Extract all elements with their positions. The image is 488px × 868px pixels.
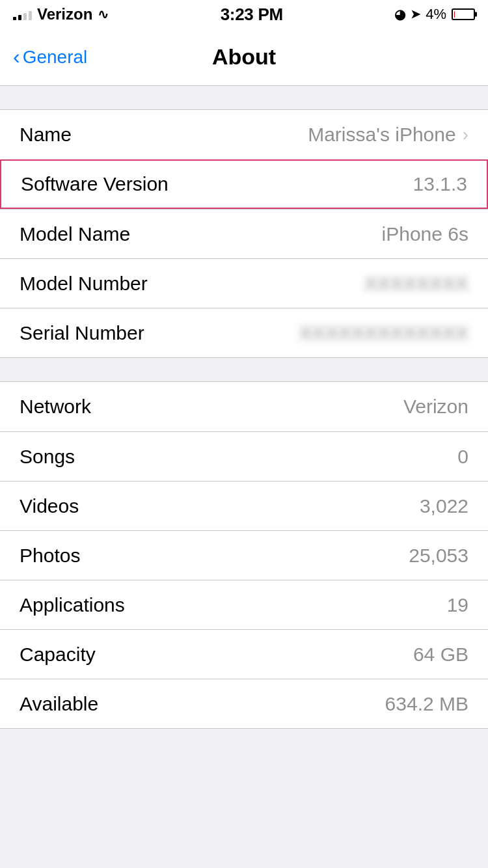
row-label: Available	[20, 693, 98, 715]
row-value: 13.1.3	[413, 173, 467, 195]
table-row: Model NumberXXXXXXXX	[0, 258, 488, 308]
location-icon: ◕	[394, 7, 405, 22]
row-label: Videos	[20, 495, 79, 517]
row-label: Software Version	[21, 173, 169, 195]
row-value-text: XXXXXXXX	[364, 273, 468, 295]
page-title: About	[212, 44, 276, 70]
row-label: Serial Number	[20, 322, 144, 344]
row-value-text: 0	[457, 446, 468, 468]
status-bar: Verizon ∿ 3:23 PM ◕ ➤ 4%	[0, 0, 488, 29]
battery-percent: 4%	[426, 6, 446, 23]
row-value: 634.2 MB	[385, 693, 468, 715]
row-label: Model Name	[20, 223, 130, 245]
row-value: 3,022	[420, 495, 468, 517]
table-section-2: NetworkVerizonSongs0Videos3,022Photos25,…	[0, 381, 488, 729]
table-row: Capacity64 GB	[0, 629, 488, 679]
wifi-icon: ∿	[98, 7, 109, 22]
row-value-text: 64 GB	[413, 644, 468, 666]
table-row: NetworkVerizon	[0, 382, 488, 431]
status-right: ◕ ➤ 4%	[394, 6, 475, 23]
nav-bar: ‹ General About	[0, 29, 488, 86]
row-value: Marissa's iPhone›	[308, 124, 468, 146]
carrier-label: Verizon	[37, 5, 92, 23]
table-row[interactable]: NameMarissa's iPhone›	[0, 110, 488, 159]
row-value-text: 13.1.3	[413, 173, 467, 195]
row-value: 19	[447, 594, 468, 616]
row-label: Name	[20, 124, 72, 146]
row-value: iPhone 6s	[382, 223, 468, 245]
section-gap-mid	[0, 358, 488, 381]
row-value-text: iPhone 6s	[382, 223, 468, 245]
signal-bars-icon	[13, 8, 32, 20]
back-chevron-icon: ‹	[13, 46, 20, 67]
table-section-1: NameMarissa's iPhone›Software Version13.…	[0, 109, 488, 358]
row-label: Capacity	[20, 644, 96, 666]
row-label: Songs	[20, 446, 75, 468]
section-gap-top	[0, 86, 488, 109]
row-value: 0	[457, 446, 468, 468]
row-value: XXXXXXXXXXXXX	[299, 322, 468, 344]
row-value: Verizon	[403, 396, 468, 418]
row-value-text: XXXXXXXXXXXXX	[299, 322, 468, 344]
row-label: Network	[20, 396, 91, 418]
status-left: Verizon ∿	[13, 5, 109, 23]
table-row: Available634.2 MB	[0, 679, 488, 728]
back-button[interactable]: ‹ General	[13, 47, 87, 68]
table-row: Songs0	[0, 431, 488, 481]
row-label: Model Number	[20, 273, 148, 295]
row-value: 25,053	[409, 545, 468, 567]
table-row: Videos3,022	[0, 481, 488, 530]
row-value-text: 3,022	[420, 495, 468, 517]
row-value-text: Marissa's iPhone	[308, 124, 456, 146]
battery-fill	[454, 11, 455, 18]
chevron-right-icon: ›	[463, 124, 468, 145]
row-label: Photos	[20, 545, 80, 567]
table-row: Software Version13.1.3	[0, 159, 488, 209]
table-row: Applications19	[0, 580, 488, 629]
row-value: XXXXXXXX	[364, 273, 468, 295]
row-value-text: 25,053	[409, 545, 468, 567]
row-value-text: 634.2 MB	[385, 693, 468, 715]
arrow-icon: ➤	[411, 7, 420, 21]
status-time: 3:23 PM	[221, 5, 283, 25]
row-value-text: 19	[447, 594, 468, 616]
row-label: Applications	[20, 594, 125, 616]
battery-icon	[452, 8, 475, 20]
table-row: Photos25,053	[0, 530, 488, 580]
back-label: General	[23, 47, 88, 68]
row-value-text: Verizon	[403, 396, 468, 418]
table-row: Model NameiPhone 6s	[0, 209, 488, 258]
row-value: 64 GB	[413, 644, 468, 666]
table-row: Serial NumberXXXXXXXXXXXXX	[0, 308, 488, 357]
